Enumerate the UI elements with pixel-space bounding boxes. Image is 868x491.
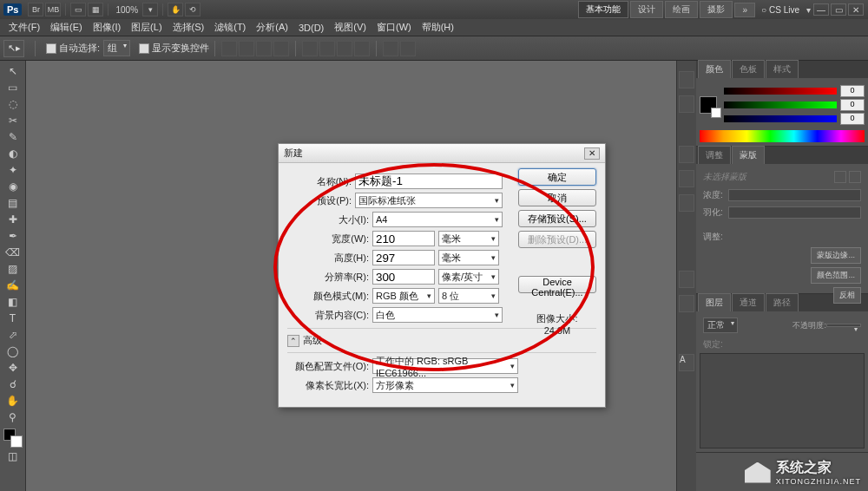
tab-paths[interactable]: 路径 xyxy=(766,293,799,311)
menu-3d[interactable]: 3D(D) xyxy=(293,23,329,33)
delete-preset-button[interactable]: 删除预设(D)... xyxy=(518,231,596,248)
cslive-button[interactable]: CS Live xyxy=(761,5,799,15)
history-brush-tool-icon[interactable]: ✚ xyxy=(3,211,23,227)
lock-transparent-icon[interactable] xyxy=(726,338,738,350)
bit-depth-select[interactable]: 8 位 xyxy=(438,288,499,304)
advanced-toggle-icon[interactable]: ⌃ xyxy=(287,335,299,347)
current-tool-icon[interactable]: ↖▸ xyxy=(3,40,24,57)
strip-icon[interactable] xyxy=(679,271,694,288)
r-slider[interactable] xyxy=(724,88,837,95)
maximize-icon[interactable]: ▭ xyxy=(831,3,846,16)
resolution-unit-select[interactable]: 像素/英寸 xyxy=(438,269,499,285)
b-slider[interactable] xyxy=(724,115,837,122)
hand-tool-icon[interactable]: ✋ xyxy=(3,392,23,409)
menu-layer[interactable]: 图层(L) xyxy=(126,21,167,34)
workspace-more[interactable]: » xyxy=(734,3,755,17)
3d-camera-tool-icon[interactable]: ☌ xyxy=(3,376,23,392)
quickmask-icon[interactable]: ◫ xyxy=(3,448,23,464)
strip-icon[interactable] xyxy=(679,146,694,163)
g-slider[interactable] xyxy=(724,101,837,108)
align-icon[interactable] xyxy=(221,41,237,56)
distribute-icon[interactable] xyxy=(302,41,318,56)
color-swatch[interactable] xyxy=(3,429,23,448)
tab-adjustments[interactable]: 调整 xyxy=(698,146,731,164)
tab-masks[interactable]: 蒙版 xyxy=(732,146,765,164)
zoom-level[interactable]: 100% xyxy=(112,5,141,15)
height-unit-select[interactable]: 毫米 xyxy=(438,250,499,265)
pen-tool-icon[interactable]: ◧ xyxy=(3,293,23,310)
width-input[interactable] xyxy=(372,231,435,246)
stamp-tool-icon[interactable]: ▤ xyxy=(3,194,23,211)
bg-content-select[interactable]: 白色 xyxy=(372,307,503,323)
fg-bg-swatch[interactable] xyxy=(700,96,717,114)
menu-file[interactable]: 文件(F) xyxy=(3,21,45,34)
resolution-input[interactable] xyxy=(372,269,435,285)
density-field[interactable] xyxy=(728,189,861,201)
menu-select[interactable]: 选择(S) xyxy=(168,21,210,34)
mask-edge-button[interactable]: 蒙版边缘... xyxy=(811,247,861,264)
save-preset-button[interactable]: 存储预设(S)... xyxy=(518,210,596,227)
lock-position-icon[interactable] xyxy=(755,338,767,350)
lasso-tool-icon[interactable]: ◌ xyxy=(3,95,23,112)
arrange-icon[interactable] xyxy=(400,41,416,56)
tab-swatches[interactable]: 色板 xyxy=(732,60,765,78)
quick-select-tool-icon[interactable]: ✂ xyxy=(3,112,23,128)
brush-tool-icon[interactable]: ◉ xyxy=(3,178,23,194)
healing-tool-icon[interactable]: ✦ xyxy=(3,161,23,178)
tab-channels[interactable]: 通道 xyxy=(732,293,765,311)
strip-icon[interactable] xyxy=(679,194,694,212)
arrange-icon[interactable] xyxy=(383,41,398,56)
minimize-icon[interactable]: — xyxy=(813,3,829,16)
tab-styles[interactable]: 样式 xyxy=(766,60,799,78)
strip-icon[interactable]: A xyxy=(679,354,694,371)
color-range-button[interactable]: 颜色范围... xyxy=(811,267,861,284)
auto-select-target[interactable]: 组 xyxy=(103,40,130,56)
menu-window[interactable]: 窗口(W) xyxy=(372,21,417,34)
align-icon[interactable] xyxy=(273,41,289,56)
path-select-tool-icon[interactable]: ⬀ xyxy=(3,326,23,343)
workspace-photography[interactable]: 摄影 xyxy=(700,1,733,18)
move-tool-icon[interactable]: ↖ xyxy=(3,62,23,79)
dialog-titlebar[interactable]: 新建 ✕ xyxy=(279,144,605,163)
eraser-tool-icon[interactable]: ✒ xyxy=(3,227,23,244)
opacity-field[interactable] xyxy=(826,324,861,327)
device-central-button[interactable]: Device Central(E)... xyxy=(518,276,596,293)
menu-help[interactable]: 帮助(H) xyxy=(417,21,459,34)
size-select[interactable]: A4 xyxy=(372,212,503,227)
spectrum-ramp[interactable] xyxy=(700,130,865,142)
arrange-icon[interactable]: ▦ xyxy=(88,3,103,16)
width-unit-select[interactable]: 毫米 xyxy=(438,231,499,246)
blur-tool-icon[interactable]: ▨ xyxy=(3,260,23,277)
ok-button[interactable]: 确定 xyxy=(518,168,596,186)
hand-icon[interactable]: ✋ xyxy=(168,3,183,16)
invert-button[interactable]: 反相 xyxy=(833,287,861,304)
menu-image[interactable]: 图像(I) xyxy=(88,21,126,34)
type-tool-icon[interactable]: T xyxy=(3,310,23,326)
align-icon[interactable] xyxy=(256,41,272,56)
workspace-design[interactable]: 设计 xyxy=(630,1,663,18)
bridge-icon[interactable]: Br xyxy=(28,3,43,16)
marquee-tool-icon[interactable]: ▭ xyxy=(3,79,23,95)
workspace-painting[interactable]: 绘画 xyxy=(665,1,698,18)
menu-edit[interactable]: 编辑(E) xyxy=(45,21,88,34)
menu-analysis[interactable]: 分析(A) xyxy=(251,21,293,34)
b-value[interactable]: 0 xyxy=(840,113,865,125)
blend-mode-select[interactable]: 正常 xyxy=(703,318,738,333)
mini-bridge-icon[interactable]: MB xyxy=(45,3,61,16)
tab-color[interactable]: 颜色 xyxy=(698,60,731,78)
preset-select[interactable]: 国际标准纸张 xyxy=(355,193,503,208)
strip-icon[interactable] xyxy=(679,71,694,88)
r-value[interactable]: 0 xyxy=(840,85,865,97)
align-icon[interactable] xyxy=(239,41,254,56)
menu-filter[interactable]: 滤镜(T) xyxy=(209,21,251,34)
dodge-tool-icon[interactable]: ✍ xyxy=(3,277,23,293)
zoom-tool-icon[interactable]: ⚲ xyxy=(3,409,23,425)
layers-list[interactable] xyxy=(700,353,865,448)
close-icon[interactable]: ✕ xyxy=(848,3,864,16)
strip-icon[interactable] xyxy=(679,95,694,113)
strip-icon[interactable] xyxy=(679,170,694,187)
lock-pixels-icon[interactable] xyxy=(740,338,753,350)
lock-all-icon[interactable] xyxy=(770,338,782,350)
cancel-button[interactable]: 取消 xyxy=(518,189,596,206)
show-transform-checkbox[interactable] xyxy=(139,43,149,54)
